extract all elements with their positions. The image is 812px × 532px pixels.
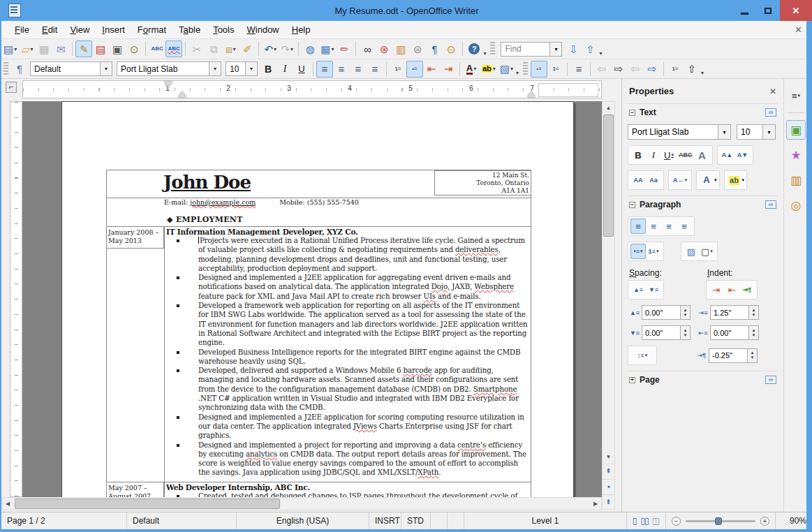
- collapse-icon[interactable]: −: [629, 202, 635, 208]
- paragraph-style-select[interactable]: Default▾: [30, 61, 112, 76]
- menu-tools[interactable]: Tools: [207, 22, 240, 37]
- menu-format[interactable]: Format: [131, 22, 172, 37]
- spinner-arrows[interactable]: ▲▼: [747, 349, 757, 362]
- paragraph-border-button[interactable]: ▢▾: [699, 244, 715, 259]
- chevron-down-icon[interactable]: ▾: [232, 46, 235, 52]
- chevron-down-icon[interactable]: ▾: [274, 46, 276, 52]
- italic-button[interactable]: I: [276, 61, 293, 77]
- toolbar-handle[interactable]: [490, 42, 495, 56]
- auto-spellcheck-button[interactable]: ABC: [165, 40, 182, 57]
- zoom-slider[interactable]: [686, 520, 755, 522]
- open-button[interactable]: ▱▾: [19, 40, 36, 57]
- tab-properties[interactable]: ▣: [786, 120, 806, 140]
- navigator-button[interactable]: ⊛: [376, 40, 392, 57]
- character-spacing-button[interactable]: A↔▾: [671, 172, 689, 188]
- numbered-list-button[interactable]: 1≡▾: [646, 244, 661, 259]
- underline-button[interactable]: U▾: [661, 147, 677, 163]
- page-section-header[interactable]: + Page ▭: [628, 371, 778, 389]
- spinner-arrows[interactable]: ▲▼: [680, 306, 690, 319]
- spinner-arrows[interactable]: ▲▼: [748, 306, 758, 319]
- demote-level-button[interactable]: ⇨: [610, 61, 627, 77]
- toolbar-overflow-icon[interactable]: ▾: [599, 50, 602, 57]
- chevron-down-icon[interactable]: ▾: [473, 66, 476, 72]
- scroll-left-arrow[interactable]: ◀: [2, 498, 13, 510]
- vertical-scrollbar[interactable]: ▲ ▼ ⇞ ● ⇟: [602, 101, 615, 510]
- above-spacing-field[interactable]: 0.00" ▲▼: [642, 305, 691, 320]
- chevron-down-icon[interactable]: ▾: [290, 46, 293, 52]
- chevron-down-icon[interactable]: ▾: [493, 66, 496, 72]
- sidebar-font-name-select[interactable]: Port Lligat Slab ▾: [628, 124, 731, 140]
- zoom-out-icon[interactable]: −: [672, 517, 681, 526]
- hyperlink-button[interactable]: ◍: [302, 40, 318, 57]
- edit-mode-button[interactable]: ✎: [75, 40, 92, 57]
- no-list-button[interactable]: ≡: [570, 61, 587, 77]
- data-sources-button[interactable]: ⊜: [409, 40, 426, 57]
- vertical-scroll-thumb[interactable]: [603, 114, 614, 237]
- page-preview-button[interactable]: ⊙: [126, 40, 142, 57]
- copy-button[interactable]: ⧉: [205, 40, 222, 57]
- increase-font-size-button[interactable]: A▲: [720, 147, 735, 163]
- spelling-button[interactable]: ABC: [149, 40, 165, 57]
- menu-table[interactable]: Table: [172, 22, 207, 37]
- chevron-down-icon[interactable]: ▾: [510, 66, 513, 72]
- bold-button[interactable]: B: [260, 61, 276, 77]
- align-left-button[interactable]: ≡: [316, 61, 333, 77]
- chevron-down-icon[interactable]: ▾: [718, 125, 730, 139]
- insert-table-button[interactable]: ▦▾: [318, 40, 336, 57]
- tab-styles[interactable]: ★: [786, 145, 806, 165]
- font-color-button[interactable]: A: [699, 172, 714, 188]
- navigation-dot-button[interactable]: ●: [603, 479, 614, 493]
- demote-with-subpoints-button[interactable]: ⇨: [644, 61, 660, 77]
- menu-view[interactable]: View: [64, 22, 96, 37]
- align-center-button[interactable]: ≡: [646, 219, 661, 234]
- move-up-button[interactable]: ⇧: [684, 61, 700, 77]
- horizontal-scroll-thumb[interactable]: [15, 498, 280, 509]
- tabstop-type-button[interactable]: ⌐: [6, 82, 17, 93]
- book-layout-icon[interactable]: ◫: [652, 516, 660, 526]
- scroll-down-arrow[interactable]: ▼: [603, 451, 614, 462]
- find-previous-button[interactable]: ⇧: [582, 40, 598, 57]
- text-more-options-icon[interactable]: ▭: [765, 108, 776, 117]
- chevron-down-icon[interactable]: ▾: [762, 125, 775, 139]
- sidebar-settings-icon[interactable]: ≡▾: [786, 86, 806, 105]
- spinner-arrows[interactable]: ▲▼: [748, 326, 758, 339]
- bold-button[interactable]: B: [630, 147, 646, 163]
- hanging-indent-marker[interactable]: [178, 91, 186, 97]
- decrease-indent-button[interactable]: ⇤: [724, 282, 739, 297]
- tab-navigator[interactable]: ◎: [786, 195, 806, 215]
- menu-window[interactable]: Window: [241, 22, 286, 37]
- gallery-button[interactable]: ▥: [392, 40, 409, 57]
- paragraph-section-header[interactable]: − Paragraph ▭: [628, 195, 778, 214]
- two-page-layout-icon[interactable]: ▯▯: [640, 516, 648, 526]
- background-color-button[interactable]: ▨▾: [498, 61, 515, 77]
- chevron-down-icon[interactable]: ▾: [331, 46, 334, 52]
- strikethrough-button[interactable]: ABC: [677, 147, 695, 163]
- print-button[interactable]: ▣: [109, 40, 126, 57]
- scroll-right-arrow[interactable]: ▶: [590, 498, 601, 510]
- uppercase-button[interactable]: AA: [630, 172, 646, 188]
- sidebar-font-size-select[interactable]: 10 ▾: [737, 124, 776, 140]
- increase-indent-button[interactable]: ⇥: [709, 282, 724, 297]
- align-right-button[interactable]: ≡: [661, 219, 677, 234]
- horizontal-scrollbar[interactable]: ◀ ▶: [1, 497, 602, 510]
- new-document-button[interactable]: ▤▾: [1, 40, 19, 57]
- insert-mode-status[interactable]: INSRT: [369, 512, 401, 529]
- find-next-button[interactable]: ⇩: [565, 40, 582, 57]
- scroll-up-arrow[interactable]: ▲: [603, 102, 614, 113]
- align-center-button[interactable]: ≡: [333, 61, 350, 77]
- chevron-down-icon[interactable]: ▾: [742, 177, 745, 183]
- chevron-down-icon[interactable]: ▾: [30, 46, 33, 52]
- collapse-icon[interactable]: −: [629, 110, 635, 116]
- align-left-button[interactable]: ≡: [630, 219, 646, 234]
- page-number-status[interactable]: Page 1 / 2: [1, 512, 127, 529]
- toolbar-overflow-icon[interactable]: ▾: [701, 70, 704, 76]
- increase-indent-button[interactable]: ⇥: [440, 61, 457, 77]
- styles-tool-button[interactable]: ¶: [11, 61, 28, 77]
- toolbar-handle[interactable]: [523, 62, 528, 76]
- chevron-down-icon[interactable]: ▾: [14, 46, 17, 52]
- bullet-list-button[interactable]: •≡▾: [630, 244, 646, 259]
- close-document-icon[interactable]: ✕: [795, 24, 802, 35]
- close-button[interactable]: ✕: [780, 0, 812, 21]
- format-paintbrush-button[interactable]: ✐: [239, 40, 256, 57]
- first-line-indent-marker[interactable]: [164, 82, 172, 87]
